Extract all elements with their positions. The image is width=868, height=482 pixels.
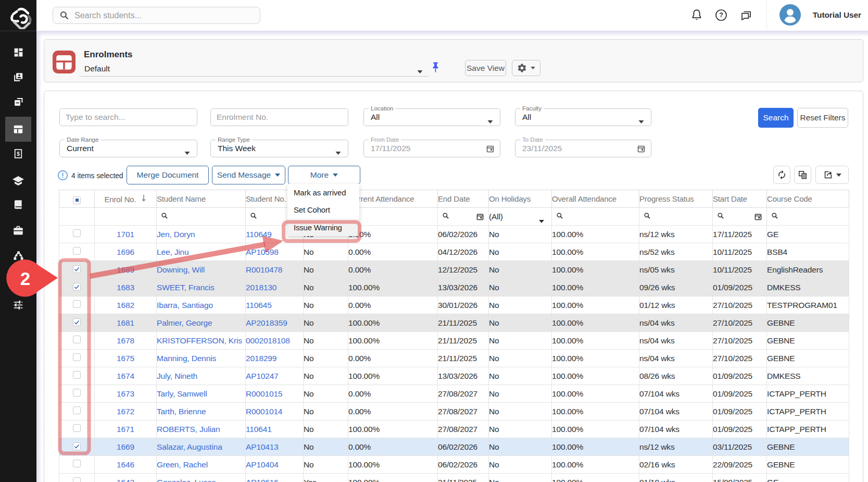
svg-text:$: $ bbox=[17, 151, 20, 157]
svg-text:?: ? bbox=[719, 11, 723, 19]
